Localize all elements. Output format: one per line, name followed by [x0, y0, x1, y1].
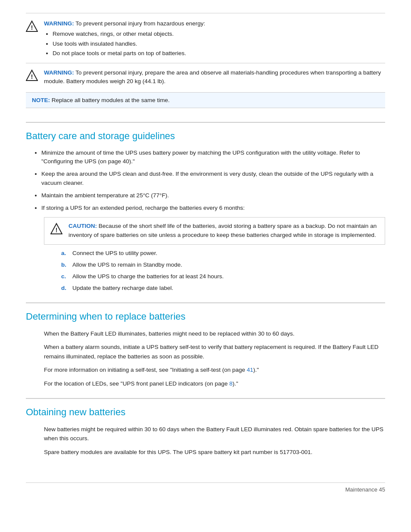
caution-text: CAUTION: Because of the short shelf life…	[68, 222, 379, 240]
warning-list-item: Use tools with insulated handles.	[53, 40, 385, 48]
step-letter-a: a.	[61, 249, 69, 258]
page-footer: Maintenance 45	[26, 482, 385, 493]
step-text-c: Allow the UPS to charge the batteries fo…	[72, 272, 224, 281]
step-letter-d: d.	[61, 284, 69, 293]
svg-text:!: !	[56, 227, 58, 233]
footer-text: Maintenance 45	[345, 486, 385, 493]
step-letter-b: b.	[61, 261, 69, 270]
note-label: NOTE:	[32, 97, 50, 103]
warning-label-2: WARNING:	[44, 69, 74, 76]
svg-text:!: !	[31, 24, 33, 31]
svg-text:!: !	[31, 73, 33, 80]
section-heading-determining: Determining when to replace batteries	[26, 311, 385, 322]
warning-row-2: ! WARNING: To prevent personal injury, p…	[26, 63, 385, 86]
step-text-b: Allow the UPS to remain in Standby mode.	[72, 261, 182, 270]
battery-care-bullet-list: Minimize the amount of time the UPS uses…	[26, 149, 385, 213]
determining-para-1: When the Battery Fault LED illuminates, …	[44, 329, 385, 339]
divider-1	[26, 122, 385, 123]
note-text: Replace all battery modules at the same …	[52, 97, 170, 103]
step-item-d: d. Update the battery recharge date labe…	[61, 284, 385, 293]
determining-body: When the Battery Fault LED illuminates, …	[26, 329, 385, 389]
determining-para-4: For the location of LEDs, see "UPS front…	[44, 379, 385, 389]
bullet-item: If storing a UPS for an extended period,…	[41, 204, 385, 213]
step-letter-c: c.	[61, 272, 69, 281]
caution-indent: ! CAUTION: Because of the short shelf li…	[26, 217, 385, 293]
step-item-c: c. Allow the UPS to charge the batteries…	[61, 272, 385, 281]
section-obtaining: Obtaining new batteries New batteries mi…	[26, 407, 385, 457]
bullet-item: Minimize the amount of time the UPS uses…	[41, 149, 385, 167]
step-text-a: Connect the UPS to utility power.	[72, 249, 157, 258]
warning-list-1: Remove watches, rings, or other metal ob…	[44, 30, 385, 58]
section-battery-care: Battery care and storage guidelines Mini…	[26, 131, 385, 293]
divider-3	[26, 398, 385, 399]
link-41[interactable]: 41	[247, 367, 253, 373]
warning-label-1: WARNING:	[44, 20, 74, 27]
section-heading-obtaining: Obtaining new batteries	[26, 407, 385, 418]
determining-para-3: For more information on initiating a sel…	[44, 365, 385, 375]
section-heading-battery-care: Battery care and storage guidelines	[26, 131, 385, 142]
bullet-item: Maintain the ambient temperature at 25°C…	[41, 191, 385, 200]
warning-icon-1: !	[26, 20, 38, 32]
warning-row-1: ! WARNING: To prevent personal injury fr…	[26, 19, 385, 59]
caution-body: Because of the short shelf life of the b…	[68, 223, 377, 238]
step-item-b: b. Allow the UPS to remain in Standby mo…	[61, 261, 385, 270]
caution-label: CAUTION:	[68, 223, 97, 229]
divider-2	[26, 302, 385, 303]
warning-intro-1: To prevent personal injury from hazardou…	[75, 20, 205, 27]
link-8[interactable]: 8	[229, 380, 233, 387]
caution-block: ! CAUTION: Because of the short shelf li…	[44, 217, 385, 245]
warning-body-2: To prevent personal injury, prepare the …	[44, 69, 381, 84]
note-box: NOTE: Replace all battery modules at the…	[26, 92, 385, 108]
battery-care-steps: a. Connect the UPS to utility power. b. …	[44, 249, 385, 293]
section-determining: Determining when to replace batteries Wh…	[26, 311, 385, 389]
obtaining-para-2: Spare battery modules are available for …	[44, 448, 385, 457]
warning-text-2: WARNING: To prevent personal injury, pre…	[44, 68, 385, 86]
warning-list-item: Do not place tools or metal parts on top…	[53, 49, 385, 58]
determining-para-2: When a battery alarm sounds, initiate a …	[44, 342, 385, 361]
warning-list-item: Remove watches, rings, or other metal ob…	[53, 30, 385, 38]
warning-icon-2: !	[26, 69, 38, 81]
warning-text-1: WARNING: To prevent personal injury from…	[44, 19, 385, 59]
obtaining-para-1: New batteries might be required within 3…	[44, 425, 385, 443]
bullet-item: Keep the area around the UPS clean and d…	[41, 170, 385, 188]
step-item-a: a. Connect the UPS to utility power.	[61, 249, 385, 258]
caution-icon: !	[50, 223, 62, 235]
obtaining-body: New batteries might be required within 3…	[26, 425, 385, 457]
warning-section-top: ! WARNING: To prevent personal injury fr…	[26, 13, 385, 112]
step-text-d: Update the battery recharge date label.	[72, 284, 173, 293]
